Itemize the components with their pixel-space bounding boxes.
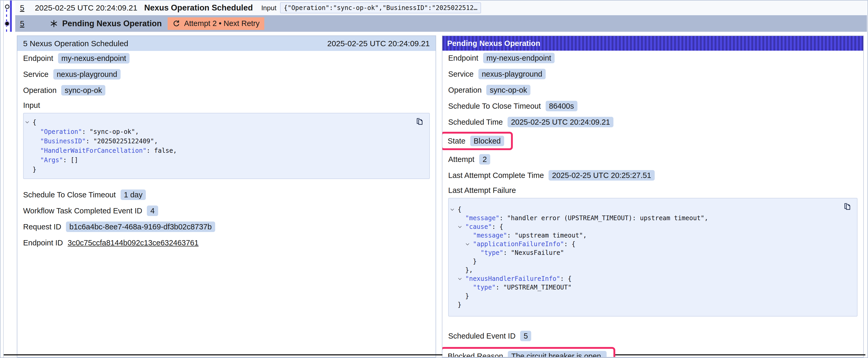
field-row-endpoint: Endpointmy-nexus-endpoint bbox=[448, 53, 858, 63]
event-input-preview-chip: {"Operation":"sync-op-ok","BusinessID":"… bbox=[280, 2, 481, 13]
event-id-link[interactable]: 5 bbox=[20, 3, 25, 12]
json-text: : bbox=[82, 128, 90, 135]
field-label: Workflow Task Completed Event ID bbox=[23, 206, 142, 215]
field-row-last-attempt-complete-time: Last Attempt Complete Time2025-02-25 UTC… bbox=[448, 170, 858, 181]
field-row-schedule-to-close-timeout: Schedule To Close Timeout1 day bbox=[23, 190, 430, 200]
json-key: "type" bbox=[480, 249, 503, 256]
field-label: State bbox=[448, 137, 466, 145]
field-row-blocked-reason: Blocked ReasonThe circuit breaker is ope… bbox=[448, 347, 858, 357]
json-text: "UPSTREAM_TIMEOUT" bbox=[503, 284, 572, 291]
json-text: "handler error (UPSTREAM_TIMEOUT): upstr… bbox=[507, 215, 704, 222]
collapse-caret-icon[interactable] bbox=[466, 243, 469, 246]
field-row-scheduled-time: Scheduled Time2025-02-25 UTC 20:24:09.21 bbox=[448, 117, 858, 127]
field-label: Service bbox=[23, 70, 49, 79]
field-value-chip: 1 day bbox=[121, 190, 146, 200]
json-text: [] bbox=[71, 156, 78, 164]
collapse-caret-icon[interactable] bbox=[458, 226, 462, 228]
json-text: : { bbox=[564, 240, 575, 248]
page-left-border bbox=[3, 1, 4, 357]
event-timestamp: 2025-02-25 UTC 20:24:09.21 bbox=[35, 3, 137, 12]
json-line: { bbox=[449, 205, 857, 214]
json-text: } bbox=[458, 301, 461, 308]
json-text: , bbox=[583, 232, 587, 239]
event-detail-panel: 5 Nexus Operation Scheduled 2025-02-25 U… bbox=[17, 35, 436, 357]
json-key: "HandlerWaitForCancellation" bbox=[40, 147, 147, 154]
field-label: Request ID bbox=[23, 223, 61, 231]
field-row-service: Servicenexus-playground bbox=[448, 69, 858, 79]
field-label: Attempt bbox=[448, 155, 474, 164]
event-summary-row[interactable]: 5 2025-02-25 UTC 20:24:09.21 Nexus Opera… bbox=[15, 1, 867, 15]
field-row-request-id: Request IDb1c6a4bc-8ee7-468a-9169-df3b02… bbox=[23, 222, 430, 232]
json-text: : bbox=[507, 232, 515, 239]
json-text: "sync-op-ok" bbox=[90, 128, 135, 135]
json-line: } bbox=[449, 292, 857, 300]
json-text: , bbox=[173, 147, 177, 154]
json-key: "BusinessID" bbox=[40, 137, 86, 145]
json-line: } bbox=[449, 300, 857, 309]
field-value-link[interactable]: 3c0c75ccfa8144b092c13ce632463761 bbox=[68, 238, 198, 247]
retry-icon bbox=[172, 20, 181, 28]
field-row-endpoint-id: Endpoint ID3c0c75ccfa8144b092c13ce632463… bbox=[23, 237, 430, 248]
json-key: "message" bbox=[473, 232, 507, 239]
json-line: "message": "upstream timeout", bbox=[449, 231, 857, 240]
json-line: "type": "NexusFailure" bbox=[449, 249, 857, 257]
json-line: { bbox=[24, 118, 429, 127]
field-label: Schedule To Close Timeout bbox=[23, 191, 116, 199]
bottom-divider-line bbox=[4, 354, 865, 355]
json-text: false bbox=[154, 147, 173, 154]
field-row-scheduled-event-id: Scheduled Event ID5 bbox=[448, 331, 858, 341]
json-text: "20250225122409" bbox=[93, 137, 154, 145]
json-text: { bbox=[33, 119, 36, 126]
collapse-caret-icon[interactable] bbox=[450, 208, 454, 211]
field-row-endpoint: Endpointmy-nexus-endpoint bbox=[23, 53, 430, 64]
field-label: Operation bbox=[448, 86, 482, 95]
json-line: "message": "handler error (UPSTREAM_TIME… bbox=[449, 214, 857, 223]
json-text: : bbox=[499, 215, 507, 222]
field-row-attempt: Attempt2 bbox=[448, 154, 858, 165]
json-text: , bbox=[154, 137, 158, 145]
field-value-chip: 5 bbox=[520, 331, 531, 341]
pending-operation-header-title: Pending Nexus Operation bbox=[447, 39, 540, 48]
json-line: "cause": { bbox=[449, 223, 857, 231]
retry-badge: Attempt 2 • Next Retry bbox=[167, 17, 264, 30]
event-node-icon[interactable] bbox=[5, 4, 9, 9]
collapse-caret-icon[interactable] bbox=[458, 278, 462, 280]
pending-event-id-link[interactable]: 5 bbox=[20, 19, 25, 28]
json-text: }, bbox=[465, 266, 473, 274]
json-text: } bbox=[473, 258, 476, 265]
field-value-chip: The circuit breaker is open. bbox=[508, 351, 607, 357]
pending-operation-header: Pending Nexus Operation bbox=[442, 36, 863, 51]
field-value-chip: sync-op-ok bbox=[61, 85, 105, 96]
field-row-operation: Operationsync-op-ok bbox=[23, 85, 430, 96]
json-key: "type" bbox=[473, 284, 496, 291]
field-value-chip: 2025-02-25 UTC 20:25:27.51 bbox=[549, 170, 654, 181]
field-value-chip: nexus-playground bbox=[478, 69, 546, 79]
field-label: Endpoint bbox=[23, 54, 53, 63]
json-line: } bbox=[24, 165, 429, 174]
selected-event-node-icon[interactable] bbox=[4, 21, 10, 26]
collapse-caret-icon[interactable] bbox=[25, 121, 29, 124]
json-key: "applicationFailureInfo" bbox=[473, 240, 564, 248]
pending-operation-row[interactable]: 5 Pending Nexus Operation Attempt 2 • Ne… bbox=[15, 15, 867, 32]
json-text: : bbox=[503, 249, 511, 256]
failure-json-block: {"message": "handler error (UPSTREAM_TIM… bbox=[448, 198, 858, 317]
pending-operation-panel: Pending Nexus Operation Endpointmy-nexus… bbox=[442, 35, 864, 357]
json-text: "upstream timeout" bbox=[515, 232, 583, 239]
field-row-service: Servicenexus-playground bbox=[23, 69, 430, 79]
field-label: Scheduled Time bbox=[448, 118, 503, 127]
field-value-chip: 86400s bbox=[546, 101, 578, 111]
field-value-chip: my-nexus-endpoint bbox=[58, 53, 130, 64]
json-line: "nexusHandlerFailureInfo": { bbox=[449, 274, 857, 283]
event-detail-header-timestamp: 2025-02-25 UTC 20:24:09.21 bbox=[327, 39, 430, 48]
json-text: : bbox=[63, 156, 71, 164]
timeline-dashed-connector bbox=[6, 9, 7, 32]
json-line: } bbox=[449, 257, 857, 266]
field-value-chip: 4 bbox=[147, 205, 158, 216]
json-line: "applicationFailureInfo": { bbox=[449, 240, 857, 249]
json-text: , bbox=[704, 215, 708, 222]
field-value-chip: 2025-02-25 UTC 20:24:09.21 bbox=[507, 117, 614, 127]
json-text: : bbox=[147, 147, 154, 154]
field-label: Blocked Reason bbox=[448, 352, 503, 358]
event-detail-header-title: 5 Nexus Operation Scheduled bbox=[23, 39, 128, 48]
detail-panels: 5 Nexus Operation Scheduled 2025-02-25 U… bbox=[17, 35, 864, 357]
